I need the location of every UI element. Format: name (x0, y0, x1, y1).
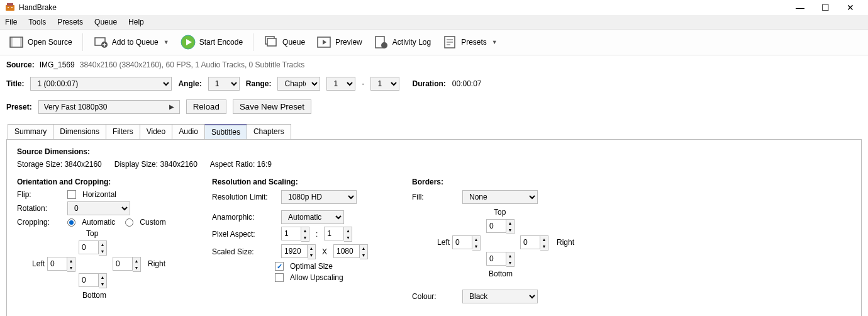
tab-content: Source Dimensions: Storage Size: 3840x21… (6, 139, 862, 316)
title-select[interactable]: 1 (00:00:07) (30, 77, 172, 91)
preset-select[interactable]: Very Fast 1080p30 ▶ (38, 100, 180, 114)
range-dash: - (362, 79, 364, 88)
reload-button[interactable]: Reload (186, 99, 226, 114)
allow-upscaling-label: Allow Upscaling (290, 273, 343, 282)
res-limit-select[interactable]: 1080p HD (281, 190, 357, 204)
chevron-down-icon[interactable]: ▼ (164, 39, 169, 45)
tab-summary[interactable]: Summary (8, 124, 53, 139)
border-left-input[interactable]: ▲▼ (452, 235, 481, 251)
preset-label: Preset: (6, 103, 32, 111)
anamorphic-select[interactable]: Automatic (281, 210, 344, 224)
menu-queue[interactable]: Queue (94, 18, 117, 26)
pixel-aspect-y-input[interactable]: ▲▼ (324, 227, 352, 242)
crop-left-input[interactable]: ▲▼ (47, 257, 75, 272)
source-info: Source: IMG_1569 3840x2160 (3840x2160), … (0, 55, 868, 74)
presets-button[interactable]: Presets ▼ (438, 33, 501, 51)
toolbar: Open Source Add to Queue ▼ Start Encode … (0, 30, 868, 55)
border-right-input[interactable]: ▲▼ (520, 235, 548, 251)
border-top-label: Top (494, 208, 506, 217)
cropping-label: Cropping: (17, 218, 61, 227)
source-label: Source: (6, 60, 35, 69)
menu-help[interactable]: Help (128, 18, 144, 26)
activity-log-button[interactable]: Activity Log (370, 33, 435, 51)
source-details: 3840x2160 (3840x2160), 60 FPS, 1 Audio T… (80, 60, 305, 69)
colour-select[interactable]: Black (462, 290, 538, 303)
range-type-select[interactable]: Chapters (277, 77, 320, 91)
tab-subtitles[interactable]: Subtitles (204, 124, 247, 139)
crop-bottom-label: Bottom (82, 291, 106, 300)
menu-tools[interactable]: Tools (28, 18, 46, 26)
pixel-aspect-label: Pixel Aspect: (212, 230, 275, 239)
cropping-auto-radio[interactable] (67, 218, 75, 227)
menu-file[interactable]: File (5, 18, 17, 26)
borders-header: Borders: (412, 178, 582, 186)
border-bottom-input[interactable]: ▲▼ (486, 252, 515, 267)
close-button[interactable]: ✕ (844, 3, 857, 13)
queue-button[interactable]: Queue (260, 33, 309, 51)
crop-top-label: Top (86, 229, 98, 238)
optimal-size-checkbox[interactable] (275, 262, 284, 271)
resolution-header: Resolution and Scaling: (212, 178, 368, 186)
presets-icon (442, 35, 457, 50)
save-new-preset-button[interactable]: Save New Preset (233, 99, 311, 114)
res-limit-label: Resolution Limit: (212, 193, 275, 201)
tab-dimensions[interactable]: Dimensions (53, 124, 106, 139)
optimal-size-label: Optimal Size (290, 262, 333, 271)
crop-top-input[interactable]: ▲▼ (79, 240, 107, 256)
range-to-select[interactable]: 1 (370, 77, 399, 91)
minimize-button[interactable]: — (794, 3, 806, 13)
preview-button[interactable]: Preview (313, 33, 366, 51)
border-right-label: Right (557, 238, 574, 247)
anamorphic-label: Anamorphic: (212, 213, 275, 222)
tab-audio[interactable]: Audio (172, 124, 205, 139)
tab-filters[interactable]: Filters (106, 124, 140, 139)
start-encode-button[interactable]: Start Encode (177, 33, 247, 51)
svg-point-2 (8, 7, 9, 8)
window-title: HandBrake (19, 3, 57, 12)
rotation-select[interactable]: 0 (67, 201, 130, 215)
pixel-aspect-x-input[interactable]: ▲▼ (281, 227, 309, 242)
open-source-button[interactable]: Open Source (5, 33, 76, 51)
flip-checkbox[interactable] (67, 190, 76, 199)
title-label: Title: (6, 79, 24, 88)
border-top-input[interactable]: ▲▼ (486, 219, 515, 234)
range-from-select[interactable]: 1 (326, 77, 355, 91)
tab-chapters[interactable]: Chapters (247, 124, 291, 139)
maximize-button[interactable]: ☐ (819, 3, 832, 13)
angle-select[interactable]: 1 (208, 77, 240, 91)
rotation-label: Rotation: (17, 204, 61, 213)
range-label: Range: (246, 79, 272, 88)
fill-select[interactable]: None (462, 190, 538, 204)
tabs: Summary Dimensions Filters Video Audio S… (0, 124, 868, 139)
duration-label: Duration: (412, 79, 445, 88)
svg-rect-1 (7, 3, 13, 6)
caret-right-icon: ▶ (169, 103, 174, 110)
source-name: IMG_1569 (40, 60, 75, 69)
crop-left-label: Left (32, 259, 45, 268)
cropping-custom-radio[interactable] (125, 218, 133, 227)
scaled-size-label: Scaled Size: (212, 247, 275, 256)
storage-size: Storage Size: 3840x2160 (17, 160, 102, 169)
crop-right-label: Right (148, 259, 165, 268)
flip-label: Flip: (17, 190, 61, 199)
queue-icon (264, 35, 279, 50)
aspect-ratio: Aspect Ratio: 16:9 (210, 160, 272, 169)
duration-value: 00:00:07 (452, 79, 482, 88)
svg-point-16 (381, 42, 387, 48)
chevron-down-icon[interactable]: ▼ (492, 39, 498, 45)
menu-presets[interactable]: Presets (57, 18, 83, 26)
tab-video[interactable]: Video (140, 124, 172, 139)
svg-rect-5 (10, 37, 13, 47)
crop-bottom-input[interactable]: ▲▼ (79, 273, 107, 288)
add-to-queue-button[interactable]: Add to Queue ▼ (89, 33, 173, 51)
scaled-width-input[interactable]: ▲▼ (281, 244, 316, 259)
log-icon (374, 35, 389, 50)
crop-right-input[interactable]: ▲▼ (113, 257, 141, 272)
allow-upscaling-checkbox[interactable] (275, 273, 284, 282)
menubar: File Tools Presets Queue Help (0, 15, 868, 30)
flip-text: Horizontal (82, 190, 116, 199)
preview-icon (316, 35, 331, 50)
scaled-height-input[interactable]: ▲▼ (333, 244, 368, 259)
colour-label: Colour: (412, 292, 456, 301)
add-queue-icon (93, 35, 108, 50)
